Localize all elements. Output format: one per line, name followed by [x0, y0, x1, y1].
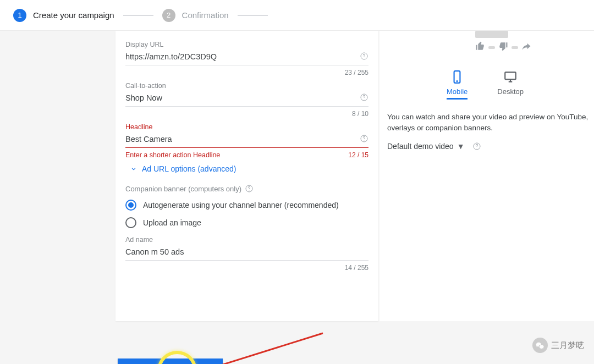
watermark: 三月梦呓 — [532, 338, 584, 353]
cta-label: Call-to-action — [125, 82, 369, 90]
stepper: 1 Create your campaign 2 Confirmation — [0, 0, 594, 31]
display-url-input[interactable]: https://amzn.to/2DC3D9Q — [125, 52, 369, 65]
ad-name-input[interactable]: Canon m 50 ads — [125, 247, 369, 261]
preview-description: You can watch and share your video ad pr… — [387, 112, 594, 134]
ad-url-options-label: Ad URL options (advanced) — [142, 164, 236, 173]
headline-value: Best Camera — [125, 135, 355, 144]
dropdown-arrow-icon: ▼ — [457, 142, 465, 151]
cta-field: Call-to-action Shop Now 8 / 10 — [125, 82, 369, 118]
device-tab-mobile[interactable]: Mobile — [447, 70, 468, 100]
cta-counter: 8 / 10 — [125, 110, 369, 118]
placeholder-dash — [512, 46, 518, 49]
share-icon[interactable] — [521, 41, 531, 53]
cta-value: Shop Now — [125, 93, 355, 102]
placeholder-bar — [475, 31, 508, 38]
ad-name-counter: 14 / 255 — [125, 264, 369, 272]
ad-url-options-toggle[interactable]: Ad URL options (advanced) — [130, 164, 369, 173]
svg-point-1 — [364, 58, 365, 58]
headline-input[interactable]: Best Camera — [125, 134, 369, 148]
headline-field: Headline Best Camera Enter a shorter act… — [125, 123, 369, 159]
radio-icon — [125, 200, 136, 211]
thumbs-up-icon[interactable] — [475, 41, 485, 53]
ad-name-value: Canon m 50 ads — [125, 247, 355, 256]
svg-point-7 — [249, 190, 250, 191]
watermark-text: 三月梦呓 — [551, 340, 584, 351]
help-icon[interactable] — [472, 142, 481, 151]
device-tab-mobile-label: Mobile — [447, 87, 468, 100]
wechat-icon — [532, 338, 548, 353]
ad-name-field: Ad name Canon m 50 ads 14 / 255 — [125, 236, 369, 272]
step-2-label: Confirmation — [182, 10, 229, 20]
radio-upload-label: Upload an image — [143, 218, 201, 227]
radio-autogenerate[interactable]: Autogenerate using your channel banner (… — [125, 200, 369, 211]
step-line-2 — [238, 15, 268, 16]
demo-video-dropdown[interactable]: Default demo video ▼ — [387, 142, 594, 151]
headline-label: Headline — [125, 123, 369, 131]
chevron-down-icon — [130, 165, 138, 173]
svg-point-10 — [457, 81, 458, 82]
step-line-1 — [123, 15, 153, 16]
help-icon[interactable] — [360, 93, 369, 102]
radio-upload-image[interactable]: Upload an image — [125, 217, 369, 228]
save-and-continue-button[interactable]: SAVE AND CONTINUE — [118, 359, 223, 364]
svg-point-5 — [364, 140, 365, 141]
preview-panel: Mobile Desktop You can watch and share y… — [380, 31, 594, 321]
desktop-icon — [503, 70, 518, 84]
demo-video-label: Default demo video — [387, 142, 454, 151]
help-icon[interactable] — [245, 184, 254, 193]
headline-error: Enter a shorter action Headline — [125, 151, 220, 159]
step-1-label: Create your campaign — [33, 10, 114, 20]
step-1-number: 1 — [13, 9, 26, 22]
placeholder-dash — [488, 46, 495, 49]
ad-form-card: Display URL https://amzn.to/2DC3D9Q 23 /… — [116, 31, 378, 321]
companion-banner-title: Companion banner (computers only) — [125, 184, 369, 193]
cta-input[interactable]: Shop Now — [125, 93, 369, 107]
thumbs-down-icon[interactable] — [498, 41, 508, 53]
ad-name-label: Ad name — [125, 236, 369, 244]
device-tab-desktop-label: Desktop — [497, 87, 524, 96]
step-2[interactable]: 2 Confirmation — [162, 9, 229, 22]
display-url-field: Display URL https://amzn.to/2DC3D9Q 23 /… — [125, 41, 369, 76]
help-icon[interactable] — [360, 52, 369, 60]
step-1[interactable]: 1 Create your campaign — [13, 9, 114, 22]
svg-point-3 — [364, 99, 365, 100]
display-url-value: https://amzn.to/2DC3D9Q — [125, 52, 355, 61]
svg-rect-11 — [505, 72, 516, 79]
device-tab-desktop[interactable]: Desktop — [497, 70, 524, 100]
radio-autogenerate-label: Autogenerate using your channel banner (… — [143, 201, 339, 209]
device-tabs: Mobile Desktop — [387, 70, 583, 100]
help-icon[interactable] — [360, 134, 369, 143]
action-bar: SAVE AND CONTINUE CANCEL — [118, 359, 268, 364]
radio-icon — [125, 217, 136, 228]
svg-point-13 — [476, 147, 477, 148]
display-url-counter: 23 / 255 — [125, 69, 369, 76]
headline-counter: 12 / 15 — [348, 151, 369, 159]
display-url-label: Display URL — [125, 41, 369, 48]
step-2-number: 2 — [162, 9, 175, 22]
mobile-icon — [450, 70, 464, 84]
